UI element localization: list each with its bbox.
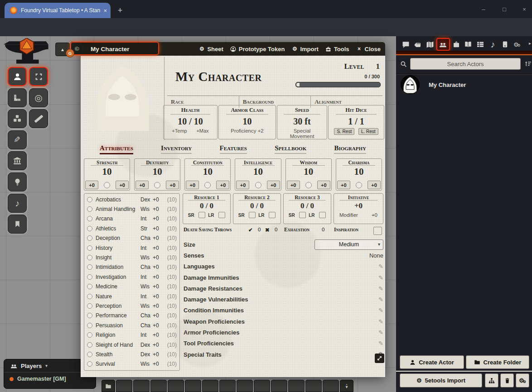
macro-slot[interactable] [219, 380, 236, 392]
ability-wisdom[interactable]: Wisdom10+0+0 [285, 158, 332, 191]
skill-proficiency-radio[interactable] [87, 206, 92, 212]
initiative-modifier-value[interactable]: +0 [372, 212, 377, 218]
tab-actors[interactable] [436, 38, 450, 51]
skill-proficiency-radio[interactable] [87, 332, 92, 338]
resource-value[interactable]: 0 / 0 [183, 201, 230, 210]
edit-icon[interactable]: ✎ [378, 329, 383, 336]
subtool-select-tokens[interactable] [29, 67, 48, 86]
skill-row[interactable]: PerceptionWis+0(10) [84, 301, 179, 311]
death-success-icon[interactable]: ✔ [248, 227, 253, 233]
death-fail-count[interactable]: 0 [275, 227, 277, 232]
edit-icon[interactable]: ✎ [378, 274, 383, 281]
sr-checkbox[interactable] [249, 212, 256, 218]
tool-sounds[interactable]: ♪ [8, 194, 27, 213]
level-value[interactable]: 1 [376, 62, 380, 71]
character-portrait[interactable] [82, 57, 163, 140]
tab-tables[interactable] [474, 39, 486, 50]
sidebar-collapse-icon[interactable]: ▸ [529, 41, 531, 46]
5etools-import-button[interactable]: ⚙ 5etools Import [400, 373, 482, 387]
death-success-count[interactable]: 0 [258, 227, 261, 232]
ability-intelligence[interactable]: Intelligence10+0+0 [235, 158, 281, 191]
window-header[interactable]: My Character ⚙SheetPrototype Token⚙Impor… [81, 42, 385, 56]
lrest-rest-button[interactable]: L. Rest [358, 128, 378, 135]
skill-row[interactable]: InsightWis+0(10) [84, 253, 179, 262]
ability-strength[interactable]: Strength10+0+0 [84, 158, 130, 191]
tools-button[interactable]: Tools [325, 46, 349, 53]
skill-proficiency-radio[interactable] [87, 294, 92, 299]
lr-checkbox[interactable] [269, 212, 276, 218]
ability-score[interactable]: 10 [135, 166, 180, 177]
tab-close-icon[interactable]: × [103, 7, 107, 14]
skill-row[interactable]: NatureInt+0(10) [84, 292, 179, 301]
stat-value[interactable]: 10 / 10 [164, 116, 217, 127]
ability-score[interactable]: 10 [185, 166, 230, 177]
macro-slot[interactable] [323, 380, 339, 392]
prototype-token-button[interactable]: Prototype Token [230, 46, 285, 53]
window-close-button[interactable]: × [517, 5, 531, 14]
stat-value[interactable]: 10 [219, 116, 276, 127]
resource-3[interactable]: Resource 30 / 0SRLR [283, 193, 331, 224]
edit-icon[interactable]: ✎ [378, 285, 383, 292]
sheet-tab-biography[interactable]: Biography [334, 143, 366, 157]
window-maximize-button[interactable]: □ [498, 5, 511, 14]
skill-proficiency-radio[interactable] [87, 274, 92, 280]
lr-checkbox[interactable] [319, 212, 326, 218]
subtool-target[interactable]: ◎ [29, 88, 48, 107]
tool-notes[interactable] [8, 215, 27, 234]
skill-proficiency-radio[interactable] [87, 245, 92, 251]
edit-icon[interactable]: ✎ [378, 307, 383, 314]
ability-score[interactable]: 10 [286, 166, 331, 177]
resource-2[interactable]: Resource 20 / 0SRLR [233, 193, 281, 224]
proficiency-radio[interactable] [204, 182, 211, 188]
srest-rest-button[interactable]: S. Rest [334, 128, 354, 135]
tab-scenes[interactable] [424, 39, 436, 50]
skill-row[interactable]: ArcanaInt+0(10) [84, 214, 179, 224]
macro-slot[interactable] [133, 380, 150, 392]
ability-check-mod[interactable]: +0 [216, 181, 229, 189]
create-actor-button[interactable]: Create Actor [400, 355, 464, 369]
skill-row[interactable]: Sleight of HandDex+0(10) [84, 340, 179, 349]
skill-proficiency-radio[interactable] [87, 284, 92, 289]
initiative-box[interactable]: Initiative+0Modifier+0 [334, 193, 383, 224]
inspiration-checkbox[interactable] [373, 227, 382, 235]
import-button[interactable]: ⚙Import [291, 46, 318, 53]
xp-value[interactable]: 0 / 300 [364, 74, 380, 79]
ability-score[interactable]: 10 [336, 166, 382, 177]
stat-hit-dice[interactable]: Hit Dice1 / 1S. RestL. Rest [328, 105, 384, 139]
window-minimize-button[interactable]: – [477, 5, 490, 14]
ability-check-mod[interactable]: +0 [116, 181, 129, 189]
macro-slot[interactable] [237, 380, 253, 392]
tool-drawings[interactable]: ✎ [8, 130, 27, 149]
size-select[interactable]: Medium▾ [314, 239, 383, 250]
skill-proficiency-radio[interactable] [87, 342, 92, 348]
sheet-button[interactable]: ⚙Sheet [198, 46, 223, 53]
skill-row[interactable]: Animal HandlingWis+0(10) [84, 204, 179, 214]
sr-checkbox[interactable] [299, 212, 306, 218]
ability-check-mod[interactable]: +0 [267, 181, 280, 189]
ability-check-mod[interactable]: +0 [166, 181, 179, 189]
ability-constitution[interactable]: Constitution10+0+0 [184, 158, 231, 191]
ability-score[interactable]: 10 [84, 166, 130, 177]
skill-row[interactable]: ReligionInt+0(10) [84, 330, 179, 339]
new-tab-button[interactable]: + [114, 5, 126, 16]
proficiency-radio[interactable] [104, 182, 110, 188]
proficiency-radio[interactable] [305, 182, 312, 188]
character-name[interactable]: My Character [175, 69, 261, 84]
ability-charisma[interactable]: Charisma10+0+0 [336, 158, 382, 191]
tab-settings[interactable]: ⚙⚙ [511, 39, 523, 50]
skill-proficiency-radio[interactable] [87, 235, 92, 241]
settings-button[interactable]: ⚙⚙ [516, 373, 529, 387]
skill-proficiency-radio[interactable] [87, 323, 92, 328]
ability-check-mod[interactable]: +0 [317, 181, 330, 189]
search-actors-input[interactable] [410, 58, 521, 70]
create-folder-button[interactable]: Create Folder [466, 355, 529, 369]
skill-proficiency-radio[interactable] [87, 352, 92, 357]
resource-value[interactable]: 0 / 0 [233, 201, 281, 210]
skill-row[interactable]: AcrobaticsDex+0(10) [84, 195, 179, 204]
tab-compendium[interactable] [499, 39, 511, 50]
edit-icon[interactable]: ✎ [378, 263, 383, 270]
sheet-tab-spellbook[interactable]: Spellbook [275, 143, 306, 157]
lr-checkbox[interactable] [218, 212, 225, 218]
resource-1[interactable]: Resource 10 / 0SRLR [183, 193, 231, 224]
initiative-value[interactable]: +0 [334, 201, 383, 210]
